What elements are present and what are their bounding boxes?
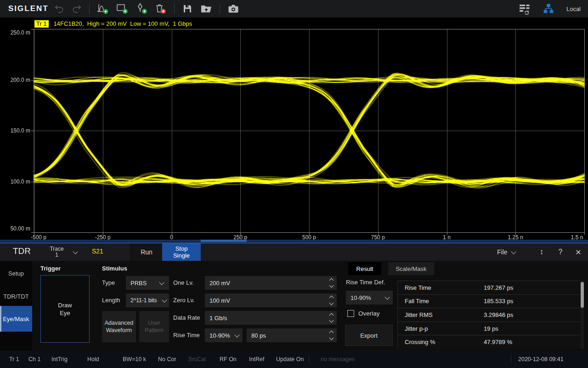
tab-result[interactable]: Result (348, 262, 381, 275)
vertical-scrollbar[interactable] (581, 281, 584, 349)
add-window-button[interactable] (116, 2, 129, 16)
spinner-down-icon[interactable] (329, 336, 334, 340)
advanced-waveform-button[interactable]: Adavanced Waveform (102, 311, 136, 342)
zero-level-label: Zero Lv. (173, 293, 195, 307)
tab-scale-mask[interactable]: Scale/Mask (388, 262, 434, 275)
delete-trace-icon (154, 3, 167, 15)
status-divider (511, 356, 511, 363)
app-title: TDR (13, 246, 31, 256)
row-value: 3.29846 ps (484, 311, 513, 318)
chevron-down-icon (162, 297, 167, 302)
save-button[interactable] (181, 2, 193, 16)
y-tick-label: 150.0 m (1, 127, 30, 134)
trigger-group-title: Trigger (40, 265, 61, 272)
row-value: 47.9789 % (484, 339, 512, 345)
run-button[interactable]: Run (130, 243, 163, 261)
sparam-label[interactable]: S21 (92, 247, 103, 255)
stop-single-button[interactable]: Stop Single (162, 243, 201, 261)
tab-setup[interactable]: Setup (0, 266, 32, 281)
status-divider (309, 356, 309, 363)
chevron-down-icon (511, 249, 516, 254)
eye-diagram-canvas[interactable] (0, 17, 588, 242)
rise-time-def-select[interactable]: 10-90% (205, 328, 243, 342)
close-panel-button[interactable]: × (571, 243, 585, 261)
plot-panel: Tr 1 14FC1B20, High = 200 mV Low = 100 m… (0, 17, 588, 242)
spinner-arrows[interactable] (330, 296, 333, 305)
status-datetime: 2020-12-08 09:41 (518, 351, 564, 368)
help-button[interactable]: ? (554, 243, 567, 261)
trace-info-line: Tr 1 14FC1B20, High = 200 mV Low = 100 m… (34, 20, 192, 28)
status-srccal: SrcCal (188, 351, 206, 368)
stop-single-line2: Single (173, 252, 190, 259)
user-pattern-button[interactable]: User Pattern (139, 311, 169, 342)
status-trace: Tr 1 (9, 351, 19, 368)
vertical-scrollbar-thumb[interactable] (581, 282, 584, 308)
spinner-up-icon[interactable] (329, 331, 334, 335)
file-menu-label: File (497, 248, 508, 256)
export-button[interactable]: Export (345, 325, 393, 346)
redo-icon (71, 3, 82, 14)
tab-tdr-tdt[interactable]: TDR/TDT (0, 289, 32, 304)
result-rise-def-select[interactable]: 10-90% (346, 291, 393, 305)
spinner-arrows[interactable] (330, 279, 333, 287)
spinner-up-icon[interactable] (329, 296, 334, 300)
screenshot-button[interactable] (227, 2, 240, 16)
draw-eye-line1: Draw (58, 301, 72, 309)
length-label: Length (102, 293, 120, 307)
overlay-checkbox[interactable] (347, 310, 354, 317)
tab-eye-mask[interactable]: Eye/Mask (0, 306, 32, 332)
trace-info-text: 14FC1B20, High = 200 mV Low = 100 mV, 1 … (54, 20, 192, 27)
chevron-down-icon (384, 294, 390, 299)
table-row: Fall Time 185.533 ps (398, 294, 580, 308)
one-level-input[interactable]: 200 mV (205, 276, 337, 290)
tab-eye-mask-label: Eye/Mask (3, 316, 29, 322)
y-tick-label: 200.0 m (1, 77, 30, 83)
add-marker-button[interactable] (135, 2, 148, 16)
draw-eye-button[interactable]: Draw Eye (40, 275, 90, 343)
status-hold: Hold (87, 351, 99, 368)
spinner-up-icon[interactable] (329, 278, 334, 283)
spinner-down-icon[interactable] (329, 318, 334, 323)
status-correction: No Cor (158, 351, 176, 368)
zero-level-value: 100 mV (209, 297, 230, 304)
trace-selector[interactable]: Trace 1 (44, 243, 77, 261)
add-trace-button[interactable] (96, 2, 109, 16)
open-file-button[interactable] (200, 2, 213, 16)
redo-button[interactable] (71, 2, 82, 16)
spinner-down-icon[interactable] (329, 283, 334, 288)
table-row: Jitter p-p 19 ps (398, 322, 580, 335)
zero-level-input[interactable]: 100 mV (205, 293, 337, 307)
data-rate-input[interactable]: 1 Gb/s (205, 311, 337, 325)
file-menu[interactable]: File (497, 243, 515, 261)
brand-logo: SIGLENT (8, 4, 51, 13)
help-icon: ? (559, 248, 563, 256)
spinner-down-icon[interactable] (329, 301, 334, 305)
type-label: Type (102, 276, 115, 290)
horizontal-scrollbar-thumb[interactable] (201, 240, 247, 242)
horizontal-scrollbar[interactable] (0, 240, 588, 242)
y-tick-label: 250.0 m (1, 29, 30, 36)
delete-trace-button[interactable] (154, 2, 167, 16)
status-bar: Tr 1 Ch 1 IntTrig Hold BW=10 k No Cor Sr… (0, 351, 588, 368)
overlay-label: Overlay (358, 310, 380, 317)
spinner-arrows[interactable] (330, 331, 333, 339)
spinner-up-icon[interactable] (329, 313, 334, 318)
overlay-checkbox-row[interactable]: Overlay (347, 310, 380, 317)
toolbar-right-group: Local (512, 2, 581, 16)
draw-eye-line2: Eye (60, 309, 70, 317)
length-select[interactable]: 2^11-1 bits (126, 293, 169, 307)
length-value: 2^11-1 bits (130, 297, 157, 304)
row-value: 19 ps (484, 325, 498, 332)
add-window-icon (116, 3, 129, 15)
type-select[interactable]: PRBS (126, 276, 169, 290)
spinner-arrows[interactable] (330, 314, 333, 322)
trace-badge[interactable]: Tr 1 (34, 20, 49, 28)
preset-sync-button[interactable] (518, 2, 531, 16)
undo-button[interactable] (54, 2, 65, 16)
row-label: Jitter RMS (405, 311, 484, 318)
resize-panel-button[interactable]: ↕ (535, 243, 548, 261)
status-message: no messages (321, 351, 355, 368)
advanced-waveform-line1: Adavanced (105, 319, 134, 327)
network-button[interactable] (543, 2, 554, 16)
rise-time-input[interactable]: 80 ps (247, 328, 337, 342)
